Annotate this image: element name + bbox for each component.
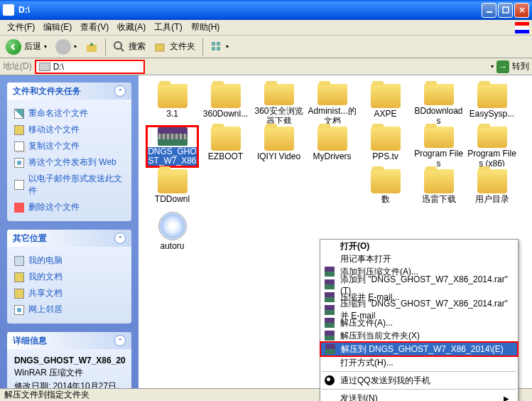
menu-help[interactable]: 帮助(H) [187, 20, 224, 35]
go-arrow-icon: → [496, 60, 509, 73]
rar-small-icon [325, 305, 335, 315]
cm-open[interactable]: 打开(O) [320, 240, 518, 252]
folder-item[interactable]: MyDrivers [305, 125, 359, 168]
forward-dropdown-icon: ▾ [74, 43, 77, 50]
folder-item[interactable]: AXPE [359, 82, 412, 125]
folder-item[interactable]: Administ...的文档 [305, 82, 359, 125]
rar-small-icon [325, 292, 335, 302]
folder-item[interactable]: 360安全浏览器下载 [252, 82, 305, 125]
folder-item[interactable]: 数 [359, 168, 412, 210]
tasks-title: 文件和文件夹任务 [13, 85, 81, 97]
folder-item[interactable]: 用户目录 [465, 168, 519, 210]
menu-view[interactable]: 查看(V) [76, 20, 113, 35]
svg-rect-2 [87, 45, 97, 52]
details-panel: 详细信息 ⌃ DNGS_GHOST_W7_X86_20 WinRAR 压缩文件 … [7, 332, 131, 388]
folder-item[interactable]: 3.1 [146, 82, 199, 125]
folder-item[interactable]: TDDownl [146, 168, 199, 210]
cm-compress-to-email[interactable]: 压缩到 "DNGS_GHOST_W7_X86_2014.rar" 并 E-mai… [320, 304, 518, 316]
copy-icon [14, 141, 24, 151]
menu-edit[interactable]: 编辑(E) [39, 20, 76, 35]
task-delete[interactable]: 删除这个文件 [14, 199, 124, 215]
title-bar: D:\ [0, 0, 532, 20]
rar-small-icon [325, 279, 335, 289]
folder-item[interactable]: 360Downl... [199, 82, 252, 125]
icon-grid: 3.1 360Downl... 360安全浏览器下载 Administ...的文… [146, 82, 525, 253]
task-copy[interactable]: 复制这个文件 [14, 138, 124, 154]
chevron-up-icon: ⌃ [114, 335, 126, 346]
chevron-up-icon: ⌃ [114, 85, 126, 97]
cm-add-to[interactable]: 添加到 "DNGS_GHOST_W7_X86_2014.rar"(T) [320, 278, 518, 291]
go-button[interactable]: → 转到 [496, 60, 529, 73]
menu-tools[interactable]: 工具(T) [150, 20, 186, 35]
cm-extract[interactable]: 解压文件(A)... [320, 316, 518, 329]
folder-icon [158, 169, 188, 193]
file-item-autorun[interactable]: autoru [146, 210, 199, 253]
places-panel: 其它位置 ⌃ 我的电脑 我的文档 共享文档 网上邻居 [7, 230, 131, 324]
context-menu: 打开(O) 用记事本打开 添加到压缩文件(A)... 添加到 "DNGS_GHO… [320, 239, 519, 401]
cm-notepad[interactable]: 用记事本打开 [320, 252, 518, 265]
place-computer[interactable]: 我的电脑 [14, 252, 124, 269]
folder-icon [211, 127, 241, 151]
rar-small-icon [325, 331, 335, 341]
folder-icon [211, 84, 241, 108]
rar-small-icon [325, 318, 335, 328]
place-shared[interactable]: 共享文档 [14, 285, 124, 301]
details-panel-header[interactable]: 详细信息 ⌃ [7, 332, 131, 349]
search-button[interactable]: 搜索 [110, 39, 148, 55]
cm-open-with[interactable]: 打开方式(H)... [320, 356, 518, 369]
views-button[interactable]: ▾ [207, 39, 232, 55]
folder-item[interactable]: EasySysp... [465, 82, 519, 125]
details-type: WinRAR 压缩文件 [14, 366, 124, 380]
place-network[interactable]: 网上邻居 [14, 301, 124, 318]
folder-item[interactable]: PPS.tv [359, 125, 412, 168]
folder-item[interactable]: Program Files (x86) [465, 125, 519, 168]
forward-button[interactable]: ▾ [53, 38, 80, 56]
details-modified: 修改日期: 2014年10月27日, 19:46 [14, 380, 124, 388]
close-button[interactable] [514, 3, 529, 18]
publish-icon [14, 158, 24, 168]
folder-item[interactable]: IQIYI Video [252, 125, 305, 168]
folder-icon [264, 84, 294, 105]
minimize-button[interactable] [482, 3, 496, 18]
address-dropdown-icon[interactable]: ▾ [491, 63, 494, 70]
maximize-button[interactable] [498, 3, 513, 18]
places-panel-header[interactable]: 其它位置 ⌃ [7, 230, 131, 247]
folder-item[interactable]: Program Files [412, 125, 465, 168]
cm-qq-send[interactable]: 通过QQ发送到我的手机 [320, 374, 518, 387]
folder-item[interactable]: BDdownloads [412, 82, 465, 125]
folder-icon [317, 84, 347, 105]
email-icon [14, 180, 24, 190]
shared-icon [14, 289, 24, 299]
file-view[interactable]: 3.1 360Downl... 360安全浏览器下载 Administ...的文… [139, 75, 532, 388]
folder-icon [371, 84, 401, 108]
menu-favorites[interactable]: 收藏(A) [113, 20, 150, 35]
folder-icon [424, 127, 454, 148]
folder-item[interactable]: EZBOOT [199, 125, 252, 168]
back-button[interactable]: 后退 ▾ [3, 38, 50, 56]
back-label: 后退 [24, 41, 41, 53]
svg-rect-8 [217, 47, 220, 50]
search-icon [113, 41, 126, 53]
cm-extract-to[interactable]: 解压到 DNGS_GHOST_W7_X86_2014\(E) [321, 343, 517, 355]
cm-send-to[interactable]: 发送到(N)▶ [320, 392, 518, 401]
task-rename[interactable]: 重命名这个文件 [14, 105, 124, 122]
address-input[interactable]: D:\ [35, 60, 145, 74]
up-button[interactable] [82, 39, 101, 55]
svg-rect-6 [217, 42, 220, 46]
submenu-arrow-icon: ▶ [504, 395, 509, 402]
folders-button[interactable]: 文件夹 [151, 39, 198, 55]
task-email[interactable]: 以电子邮件形式发送此文件 [14, 171, 124, 199]
folder-icon [424, 84, 454, 105]
task-move[interactable]: 移动这个文件 [14, 122, 124, 138]
address-value: D:\ [53, 62, 64, 72]
folder-item[interactable]: 迅雷下载 [412, 168, 465, 210]
file-item-selected[interactable]: DNGS_GHOST_W7_X86_2014.is [146, 125, 199, 168]
svg-rect-0 [487, 11, 492, 13]
tasks-panel-header[interactable]: 文件和文件夹任务 ⌃ [7, 82, 131, 100]
rar-small-icon [325, 267, 335, 277]
menu-file[interactable]: 文件(F) [3, 20, 39, 35]
cm-extract-here[interactable]: 解压到当前文件夹(X) [320, 329, 518, 342]
place-documents[interactable]: 我的文档 [14, 269, 124, 285]
task-publish[interactable]: 将这个文件发布到 Web [14, 154, 124, 171]
computer-icon [14, 256, 24, 266]
